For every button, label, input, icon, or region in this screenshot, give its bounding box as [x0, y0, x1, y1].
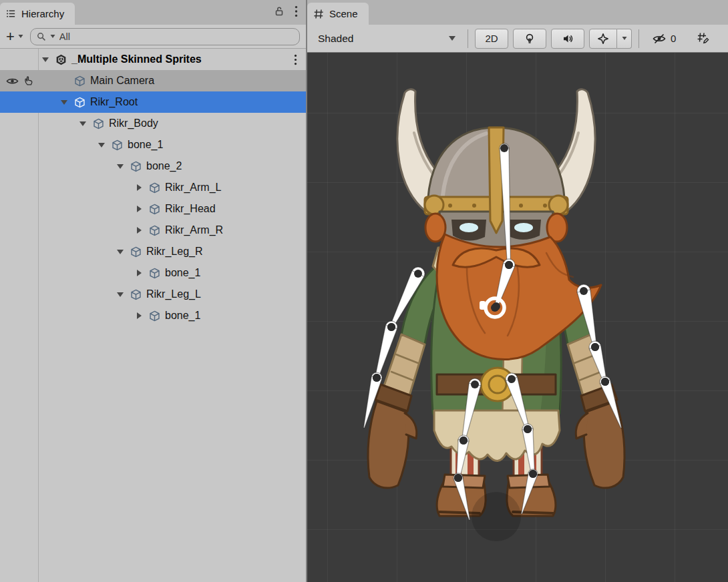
- picking-hand-icon[interactable]: [23, 75, 33, 86]
- row-gutter: [0, 198, 38, 220]
- hierarchy-item-rikr-arm-r[interactable]: Rikr_Arm_R: [0, 220, 306, 241]
- chevron-down-icon: [449, 36, 456, 41]
- grid-settings-button[interactable]: [687, 29, 720, 49]
- hierarchy-item-bone-1[interactable]: bone_1: [0, 305, 306, 326]
- expand-toggle[interactable]: [57, 100, 71, 105]
- scene-grid-icon: [313, 9, 324, 19]
- scene-toolbar: Shaded 2D: [307, 25, 728, 53]
- audio-toggle-icon: [562, 33, 574, 45]
- effects-dropdown-caret[interactable]: [617, 29, 632, 49]
- hierarchy-tabstrip: Hierarchy: [0, 0, 306, 25]
- chevron-down-icon: [18, 35, 23, 38]
- row-gutter: [0, 113, 38, 134]
- row-gutter: [0, 70, 38, 91]
- effects-toggle-button[interactable]: [589, 29, 617, 49]
- expand-toggle[interactable]: [75, 121, 90, 126]
- row-indent: [38, 145, 94, 146]
- row-indent: [38, 230, 132, 231]
- hierarchy-list-icon: [6, 9, 16, 19]
- row-label: bone_1: [128, 139, 163, 151]
- hierarchy-panel: Hierarchy +: [0, 0, 307, 582]
- row-gutter: [0, 305, 38, 326]
- add-icon: +: [6, 30, 15, 43]
- tab-hierarchy-label: Hierarchy: [21, 8, 64, 19]
- row-gutter: [0, 156, 38, 177]
- toolbar-separator: [639, 29, 639, 48]
- hierarchy-item-rikr-leg-l[interactable]: Rikr_Leg_L: [0, 284, 306, 305]
- search-input[interactable]: [59, 31, 293, 42]
- row-label: Rikr_Root: [90, 96, 138, 108]
- row-gutter: [0, 134, 38, 156]
- add-gameobject-button[interactable]: +: [6, 30, 24, 43]
- row-indent: [38, 123, 75, 124]
- scene-viewport[interactable]: [307, 53, 728, 582]
- row-label: Rikr_Arm_R: [165, 224, 223, 236]
- hierarchy-toolbar: +: [0, 25, 306, 49]
- audio-toggle-button[interactable]: [551, 29, 584, 49]
- row-indent: [38, 252, 113, 252]
- hierarchy-item-main-camera[interactable]: Main Camera: [0, 70, 306, 91]
- hierarchy-tab-actions: [274, 0, 306, 25]
- hierarchy-item-multiple-skinned-sprites[interactable]: _Multiple Skinned Sprites: [0, 49, 306, 70]
- expand-toggle[interactable]: [132, 312, 146, 319]
- hierarchy-item-rikr-body[interactable]: Rikr_Body: [0, 113, 306, 134]
- row-indent: [38, 102, 57, 103]
- hierarchy-item-rikr-leg-r[interactable]: Rikr_Leg_R: [0, 241, 306, 262]
- draw-mode-dropdown[interactable]: Shaded: [313, 33, 461, 45]
- expand-toggle[interactable]: [94, 143, 109, 148]
- chevron-down-icon: [117, 292, 124, 297]
- unlock-icon[interactable]: [274, 5, 285, 19]
- chevron-right-icon: [137, 312, 142, 319]
- hierarchy-item-bone-1[interactable]: bone_1: [0, 134, 306, 156]
- visibility-toggle-icon: [652, 33, 667, 45]
- gameobject-icon: [146, 182, 162, 194]
- expand-toggle[interactable]: [132, 227, 146, 234]
- gameobject-icon: [146, 224, 162, 237]
- row-label: Main Camera: [90, 75, 154, 87]
- hierarchy-item-rikr-head[interactable]: Rikr_Head: [0, 198, 306, 220]
- row-label: bone_2: [146, 160, 182, 172]
- chevron-right-icon: [137, 270, 142, 276]
- expand-toggle[interactable]: [38, 57, 53, 62]
- row-indent: [38, 81, 57, 81]
- grid-settings-icon: [697, 32, 710, 45]
- hierarchy-item-rikr-arm-l[interactable]: Rikr_Arm_L: [0, 177, 306, 198]
- chevron-down-icon: [42, 57, 49, 62]
- gameobject-icon: [128, 160, 144, 173]
- expand-toggle[interactable]: [113, 250, 128, 254]
- row-label: Rikr_Arm_L: [165, 182, 221, 194]
- row-label: _Multiple Skinned Sprites: [71, 53, 202, 65]
- chevron-down-icon: [79, 121, 86, 126]
- expand-toggle[interactable]: [113, 164, 128, 169]
- hierarchy-kebab-menu-icon[interactable]: [295, 5, 298, 20]
- chevron-right-icon: [137, 206, 142, 212]
- expand-toggle[interactable]: [132, 184, 146, 191]
- expand-toggle[interactable]: [113, 292, 128, 297]
- gameobject-icon: [128, 288, 144, 301]
- chevron-down-icon: [622, 37, 626, 40]
- lighting-toggle-icon: [524, 33, 536, 45]
- hierarchy-item-bone-2[interactable]: bone_2: [0, 156, 306, 177]
- tab-scene-label: Scene: [329, 8, 358, 19]
- expand-toggle[interactable]: [132, 206, 146, 212]
- tab-hierarchy[interactable]: Hierarchy: [0, 3, 75, 25]
- visibility-eye-icon[interactable]: [6, 76, 19, 86]
- chevron-down-icon: [117, 250, 124, 254]
- scene-kebab-menu-icon[interactable]: [294, 54, 306, 65]
- tab-scene[interactable]: Scene: [307, 3, 369, 25]
- toolbar-separator: [468, 29, 468, 48]
- lighting-toggle-button[interactable]: [513, 29, 546, 49]
- expand-toggle[interactable]: [132, 270, 146, 276]
- search-filter-caret-icon: [50, 35, 55, 38]
- hierarchy-search-field[interactable]: [30, 28, 300, 45]
- row-gutter: [0, 177, 38, 198]
- row-gutter: [0, 241, 38, 262]
- hierarchy-item-bone-1[interactable]: bone_1: [0, 262, 306, 284]
- gameobject-icon: [71, 75, 87, 87]
- 2d-toggle-button[interactable]: 2D: [475, 29, 508, 49]
- row-indent: [38, 209, 132, 210]
- row-gutter: [0, 220, 38, 241]
- row-label: bone_1: [165, 267, 200, 279]
- hierarchy-item-rikr-root[interactable]: Rikr_Root: [0, 91, 306, 113]
- scene-visibility-button[interactable]: 0: [646, 29, 682, 49]
